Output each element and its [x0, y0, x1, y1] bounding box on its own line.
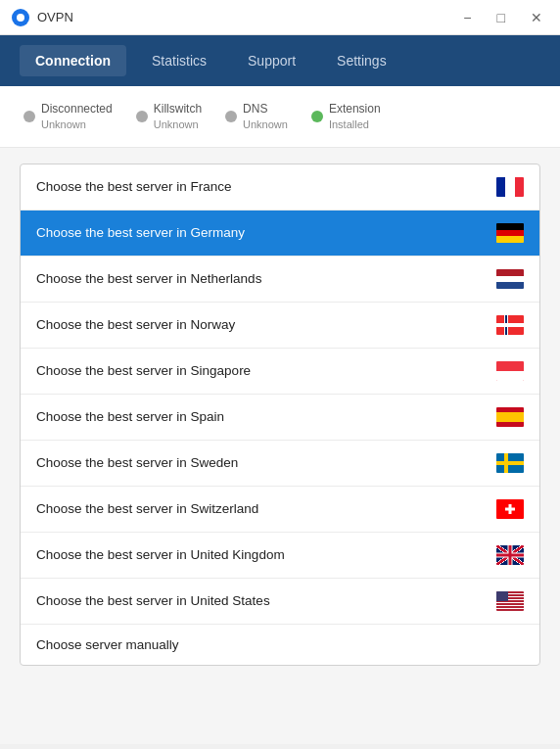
flag-switzerland	[496, 499, 524, 519]
flag-sweden	[496, 453, 524, 473]
server-label-sweden: Choose the best server in Sweden	[36, 455, 238, 470]
close-button[interactable]: ✕	[525, 9, 548, 26]
status-label-dns: DNSUnknown	[243, 102, 288, 131]
navbar: Connection Statistics Support Settings	[0, 35, 560, 86]
server-label-netherlands: Choose the best server in Netherlands	[36, 271, 261, 286]
status-dot-killswitch	[136, 111, 148, 122]
status-dot-dns	[225, 111, 237, 122]
server-row-singapore[interactable]: Choose the best server in Singapore	[21, 349, 539, 395]
server-label-switzerland: Choose the best server in Switzerland	[36, 501, 258, 516]
flag-germany	[496, 223, 524, 243]
status-extension: ExtensionInstalled	[311, 102, 381, 131]
minimize-button[interactable]: −	[457, 9, 477, 26]
server-row-norway[interactable]: Choose the best server in Norway	[21, 303, 539, 349]
status-dot-disconnected	[23, 111, 35, 122]
nav-item-settings[interactable]: Settings	[321, 45, 402, 76]
app-logo	[12, 9, 29, 26]
server-label-norway: Choose the best server in Norway	[36, 317, 235, 332]
nav-item-connection[interactable]: Connection	[20, 45, 126, 76]
server-row-switzerland[interactable]: Choose the best server in Switzerland	[21, 487, 539, 533]
flag-us	[496, 591, 524, 611]
nav-item-support[interactable]: Support	[232, 45, 311, 76]
flag-singapore	[496, 361, 524, 381]
status-dot-extension	[311, 111, 323, 122]
status-disconnected: DisconnectedUnknown	[23, 102, 113, 131]
server-row-france[interactable]: Choose the best server in France	[21, 164, 539, 211]
main-content: Choose the best server in France Choose …	[0, 148, 560, 744]
server-row-germany[interactable]: Choose the best server in Germany	[21, 211, 539, 257]
server-list: Choose the best server in France Choose …	[20, 164, 540, 666]
statusbar: DisconnectedUnknown KillswitchUnknown DN…	[0, 86, 560, 148]
server-row-spain[interactable]: Choose the best server in Spain	[21, 395, 539, 441]
server-row-netherlands[interactable]: Choose the best server in Netherlands	[21, 257, 539, 303]
titlebar: OVPN − □ ✕	[0, 0, 560, 35]
server-label-france: Choose the best server in France	[36, 179, 232, 194]
server-row-sweden[interactable]: Choose the best server in Sweden	[21, 441, 539, 487]
flag-france	[496, 177, 524, 197]
server-row-manual[interactable]: Choose server manually	[21, 625, 539, 665]
flag-uk	[496, 545, 524, 565]
flag-spain	[496, 407, 524, 427]
flag-netherlands	[496, 269, 524, 289]
server-label-manual: Choose server manually	[36, 637, 179, 652]
status-label-disconnected: DisconnectedUnknown	[41, 102, 113, 131]
nav-item-statistics[interactable]: Statistics	[136, 45, 222, 76]
status-dns: DNSUnknown	[225, 102, 288, 131]
status-label-killswitch: KillswitchUnknown	[154, 102, 202, 131]
titlebar-controls: − □ ✕	[457, 9, 548, 26]
server-row-us[interactable]: Choose the best server in United States	[21, 579, 539, 625]
titlebar-left: OVPN	[12, 9, 73, 26]
app-title: OVPN	[37, 10, 73, 24]
status-label-extension: ExtensionInstalled	[329, 102, 381, 131]
flag-norway	[496, 315, 524, 335]
server-label-uk: Choose the best server in United Kingdom	[36, 547, 285, 562]
maximize-button[interactable]: □	[491, 9, 511, 26]
server-label-singapore: Choose the best server in Singapore	[36, 363, 251, 378]
server-label-spain: Choose the best server in Spain	[36, 409, 224, 424]
server-label-us: Choose the best server in United States	[36, 593, 270, 608]
server-label-germany: Choose the best server in Germany	[36, 225, 245, 240]
status-killswitch: KillswitchUnknown	[136, 102, 202, 131]
server-row-uk[interactable]: Choose the best server in United Kingdom	[21, 533, 539, 579]
